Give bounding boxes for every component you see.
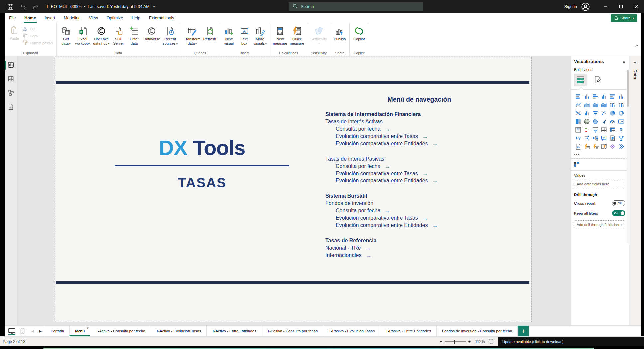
expand-data-pane-icon[interactable]: « (634, 60, 636, 65)
save-icon[interactable] (5, 2, 15, 11)
scroll-tabs-left-icon[interactable]: ◀ (31, 329, 34, 333)
nav-link-evoluci-n-comparativa-entre-entidades[interactable]: Evolución comparativa entre Entidades→ (325, 222, 513, 229)
python-visual-icon[interactable]: Py (574, 135, 583, 142)
collapse-ribbon-icon[interactable] (635, 42, 639, 48)
menu-item-help[interactable]: Help (127, 13, 145, 23)
fast-forward-custom-visual-icon[interactable] (617, 143, 625, 150)
ribbon-chart-icon[interactable] (574, 110, 583, 117)
close-button[interactable] (629, 0, 644, 13)
excel-workbook-button[interactable]: XExcelworkbook (74, 24, 92, 46)
line-chart-icon[interactable] (574, 101, 583, 108)
dax-query-view-button[interactable]: DAX (5, 102, 17, 112)
dataverse-button[interactable]: Dataverse (142, 24, 161, 46)
treemap-icon[interactable] (574, 118, 583, 125)
mobile-layout-button[interactable] (20, 326, 25, 336)
menu-item-optimize[interactable]: Optimize (102, 13, 127, 23)
maximize-button[interactable] (613, 0, 629, 13)
cut-button[interactable]: Cut (23, 26, 54, 32)
page-tab-t-pasiva-entre-entidades[interactable]: T-Pasiva - Entre Entidades (380, 326, 436, 336)
get-more-visuals-button[interactable]: ... (574, 151, 625, 156)
nav-link-consulta-por-fecha[interactable]: Consulta por fecha→ (325, 125, 513, 133)
nav-link-evoluci-n-comparativa-entre-entidades[interactable]: Evolución comparativa entre Entidades→ (325, 140, 513, 147)
tab-format-visual[interactable] (591, 74, 604, 86)
add-drill-through-fields-dropzone[interactable]: Add drill-through fields here (574, 220, 625, 229)
power-apps-icon[interactable] (583, 143, 591, 150)
quick-measure-button[interactable]: Quickmeasure (289, 24, 306, 46)
kpi-icon[interactable] (583, 126, 591, 133)
paste-button[interactable]: Paste (7, 24, 22, 40)
100-stacked-column-chart-icon[interactable] (617, 93, 625, 100)
nav-link-evoluci-n-comparativa-entre-tasas[interactable]: Evolución comparativa entre Tasas→ (325, 133, 513, 140)
page-tab-t-activo-entre-entidades[interactable]: T-Activo - Entre Entidades (206, 326, 262, 336)
nav-link-evoluci-n-comparativa-entre-tasas[interactable]: Evolución comparativa entre Tasas→ (325, 170, 513, 177)
area-chart-icon[interactable] (583, 101, 591, 108)
nav-link-consulta-por-fecha[interactable]: Consulta por fecha→ (325, 163, 513, 170)
desktop-layout-button[interactable] (8, 326, 16, 336)
minimize-button[interactable] (598, 0, 613, 13)
new-page-button[interactable]: + (518, 326, 529, 336)
filled-map-icon[interactable] (591, 118, 600, 125)
model-view-button[interactable] (5, 88, 17, 98)
menu-item-view[interactable]: View (85, 13, 102, 23)
menu-item-insert[interactable]: Insert (40, 13, 59, 23)
transform-data-button[interactable]: Transformdata▾ (183, 24, 202, 46)
refresh-button[interactable]: Refresh (202, 24, 217, 46)
map-icon[interactable] (583, 118, 591, 125)
arcgis-map-icon[interactable] (600, 143, 608, 150)
gauge-icon[interactable] (608, 118, 617, 125)
search-input[interactable] (301, 4, 419, 9)
keep-all-filters-toggle[interactable]: On (612, 210, 625, 216)
nav-link-internacionales[interactable]: Internacionales→ (325, 252, 513, 259)
redo-icon[interactable] (31, 2, 41, 11)
azure-map-icon[interactable] (600, 118, 608, 125)
update-available-banner[interactable]: Update available (click to download) (498, 337, 644, 347)
line-and-stacked-column-chart-icon[interactable] (608, 101, 617, 108)
title-dropdown-icon[interactable]: ▾ (153, 5, 155, 8)
menu-item-home[interactable]: Home (20, 13, 40, 23)
zoom-slider-thumb[interactable] (454, 340, 455, 344)
undo-icon[interactable] (18, 2, 28, 11)
100-stacked-area-chart-icon[interactable] (600, 101, 608, 108)
close-tab-icon[interactable]: x (87, 326, 89, 330)
q-and-a-icon[interactable] (600, 135, 608, 142)
100-stacked-bar-chart-icon[interactable] (608, 93, 617, 100)
viz-scrollbar-thumb[interactable] (627, 70, 629, 107)
fit-to-page-icon[interactable] (488, 339, 494, 344)
search-box[interactable] (289, 2, 423, 11)
key-influencers-icon[interactable] (583, 135, 591, 142)
tab-build-visual[interactable] (574, 74, 587, 86)
paginated-report-icon[interactable] (574, 143, 583, 150)
multi-row-card-icon[interactable] (574, 126, 583, 133)
zoom-out-button[interactable]: − (437, 339, 445, 344)
onelake-data-hub-button[interactable]: OneLakedata hub▾ (92, 24, 111, 46)
share-button[interactable]: Share ▾ (611, 14, 637, 22)
waterfall-chart-icon[interactable] (583, 110, 591, 117)
sql-server-button[interactable]: SQLServer (111, 24, 126, 46)
stacked-column-chart-icon[interactable] (583, 93, 591, 100)
page-tab-portada[interactable]: Portada (45, 326, 69, 336)
slicer-icon[interactable] (591, 126, 600, 133)
table-icon[interactable] (600, 126, 608, 133)
scroll-tabs-right-icon[interactable]: ▶ (39, 329, 41, 333)
stacked-bar-chart-icon[interactable] (574, 93, 583, 100)
copilot-button[interactable]: Copilot (351, 24, 367, 41)
page-tab-men[interactable]: Menúx (69, 326, 90, 336)
copy-button[interactable]: Copy (23, 33, 54, 39)
zoom-in-button[interactable]: + (466, 339, 473, 344)
report-view-button[interactable] (5, 60, 17, 70)
power-automate-icon[interactable] (591, 143, 600, 150)
r-script-visual-icon[interactable]: R (617, 126, 625, 133)
table-view-button[interactable] (5, 74, 17, 84)
data-pane-label[interactable]: Data (633, 69, 638, 79)
donut-chart-icon[interactable] (617, 110, 625, 117)
enter-data-button[interactable]: Enterdata (126, 24, 142, 46)
collapse-pane-icon[interactable]: » (623, 59, 625, 64)
page-tab-t-pasiva-consulta-por-fecha[interactable]: T-Pasiva - Consulta por fecha (262, 326, 323, 336)
pie-chart-icon[interactable] (608, 110, 617, 117)
new-measure-button[interactable]: Newmeasure (272, 24, 289, 46)
report-canvas[interactable]: DX Tools TASAS Menú de navegación Sistem… (17, 56, 570, 325)
text-box-button[interactable]: ATextbox (237, 24, 252, 46)
format-painter-button[interactable]: Format painter (23, 40, 54, 46)
stacked-area-chart-icon[interactable] (591, 101, 600, 108)
account-avatar[interactable] (581, 2, 590, 11)
